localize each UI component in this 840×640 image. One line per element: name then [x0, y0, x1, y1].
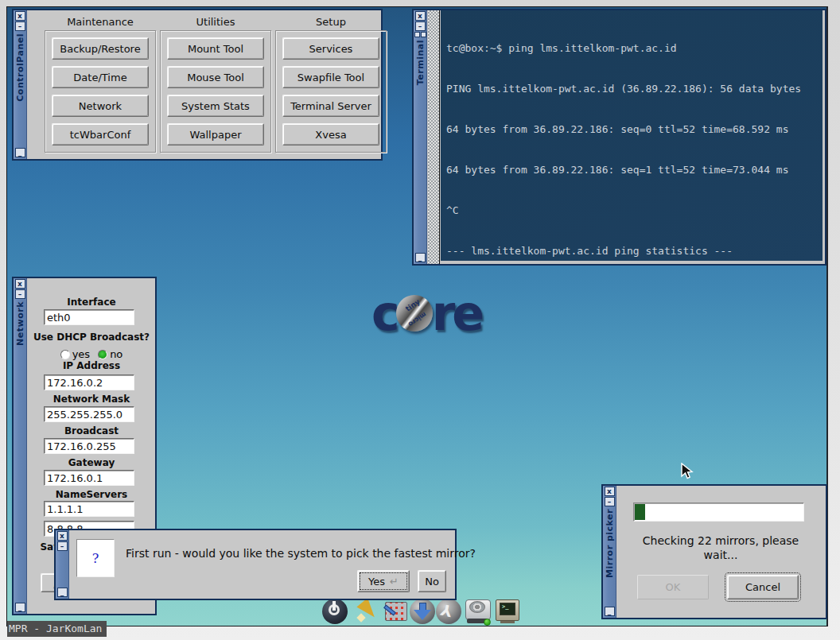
- question-icon: ?: [76, 539, 115, 577]
- control-panel-icon[interactable]: [383, 597, 410, 626]
- cancel-button[interactable]: Cancel: [727, 575, 799, 599]
- broadcast-label: Broadcast: [28, 425, 155, 436]
- terminal-line: 64 bytes from 36.89.22.186: seq=1 ttl=52…: [446, 163, 817, 176]
- broadcast-input[interactable]: [44, 438, 134, 454]
- desktop: x – ControlPanel _ Maintenance Utilities…: [6, 6, 828, 626]
- mouse-cursor: [681, 463, 697, 480]
- utilities-group: Mount Tool Mouse Tool System Stats Wallp…: [160, 30, 271, 153]
- network-titlebar[interactable]: x – Network _: [14, 278, 27, 614]
- interface-label: Interface: [28, 297, 155, 308]
- services-button[interactable]: Services: [282, 37, 379, 60]
- swapfile-tool-button[interactable]: Swapfile Tool: [282, 66, 379, 88]
- terminal-line: 64 bytes from 36.89.22.186: seq=0 ttl=52…: [446, 122, 817, 136]
- system-stats-button[interactable]: System Stats: [167, 95, 264, 117]
- overlay-label: MPR - JarKomLan: [7, 621, 107, 637]
- wallpaper-button[interactable]: Wallpaper: [167, 123, 264, 145]
- terminal-titlebar[interactable]: x – Terminal _: [414, 10, 427, 264]
- dhcp-no-radio[interactable]: no: [98, 348, 122, 360]
- progress-bar: [633, 502, 804, 522]
- no-button[interactable]: No: [418, 570, 446, 592]
- progress-bar-fill: [635, 504, 645, 520]
- mirror-picker-window: x – Mirror picker _ Checking 22 mirrors,…: [601, 484, 827, 619]
- mirror-picker-titlebar[interactable]: x – Mirror picker _: [603, 486, 616, 618]
- resize-icon[interactable]: [421, 32, 426, 37]
- dhcp-label: Use DHCP Broadcast?: [28, 332, 155, 343]
- close-icon[interactable]: x: [57, 531, 68, 541]
- interface-input[interactable]: [44, 309, 134, 325]
- backup-restore-button[interactable]: Backup/Restore: [52, 37, 149, 60]
- mount-tool-icon[interactable]: [465, 597, 492, 626]
- radio-icon[interactable]: [60, 350, 70, 359]
- shade-icon[interactable]: –: [605, 497, 615, 506]
- shade-icon[interactable]: –: [15, 21, 25, 31]
- resize-icon[interactable]: [414, 32, 420, 37]
- close-icon[interactable]: x: [15, 279, 25, 289]
- ok-button: OK: [637, 575, 709, 599]
- exit-icon[interactable]: ⅄: [435, 597, 462, 626]
- mask-label: Network Mask: [28, 394, 155, 405]
- ip-input[interactable]: [44, 374, 134, 390]
- logo-text-re: re: [432, 289, 481, 337]
- network-button[interactable]: Network: [52, 95, 149, 117]
- logo-sphere: tiny micro: [396, 295, 433, 332]
- iconify-icon[interactable]: _: [15, 148, 25, 157]
- section-header-utilities: Utilities: [160, 16, 271, 28]
- nameserver1-input[interactable]: [44, 501, 134, 517]
- apps-download-icon[interactable]: [409, 597, 436, 626]
- control-panel-titlebar[interactable]: x – ControlPanel _: [14, 10, 27, 159]
- section-header-maintenance: Maintenance: [45, 16, 156, 28]
- terminal-line: tc@box:~$ ping lms.ittelkom-pwt.ac.id: [446, 41, 817, 55]
- mask-input[interactable]: [44, 406, 134, 422]
- control-panel-window: x – ControlPanel _ Maintenance Utilities…: [12, 9, 383, 161]
- xvesa-button[interactable]: Xvesa: [282, 123, 379, 145]
- iconify-icon[interactable]: _: [605, 607, 615, 616]
- terminal-scrollbar[interactable]: [428, 10, 440, 264]
- terminal-window: x – Terminal _ tc@box:~$ ping lms.ittelk…: [412, 9, 826, 266]
- close-icon[interactable]: x: [15, 11, 25, 21]
- iconify-icon[interactable]: _: [415, 253, 426, 262]
- dialog-message: First run - would you like the system to…: [126, 547, 476, 560]
- logo-text-c: c: [371, 289, 397, 337]
- iconify-icon[interactable]: _: [15, 603, 25, 612]
- shade-icon[interactable]: –: [415, 21, 426, 31]
- close-icon[interactable]: x: [605, 487, 615, 496]
- window-title: Mirror picker: [605, 509, 615, 578]
- window-title: Terminal: [415, 40, 426, 85]
- tinycore-logo: c tiny micro re: [359, 289, 494, 338]
- gateway-label: Gateway: [28, 457, 155, 468]
- first-run-dialog: x – _ ? First run - would you like the s…: [54, 529, 457, 600]
- terminal-line: --- lms.ittelkom-pwt.ac.id ping statisti…: [446, 244, 817, 258]
- iconify-icon[interactable]: _: [57, 588, 68, 597]
- power-icon[interactable]: [321, 597, 348, 626]
- shade-icon[interactable]: –: [15, 289, 25, 299]
- terminal-server-button[interactable]: Terminal Server: [282, 95, 379, 117]
- terminal-line: PING lms.ittelkom-pwt.ac.id (36.89.22.18…: [446, 82, 817, 95]
- dialog-titlebar[interactable]: x – _: [56, 530, 69, 599]
- status-text: Checking 22 mirrors, please wait...: [617, 533, 824, 562]
- shade-icon[interactable]: –: [57, 541, 68, 551]
- terminal-app-icon[interactable]: >_: [494, 597, 521, 626]
- terminal-line: ^C: [446, 204, 817, 217]
- gateway-input[interactable]: [44, 470, 134, 486]
- mouse-tool-button[interactable]: Mouse Tool: [167, 66, 264, 88]
- mount-tool-button[interactable]: Mount Tool: [167, 37, 264, 60]
- window-title: ControlPanel: [15, 33, 25, 102]
- return-key-icon: ↵: [390, 576, 399, 588]
- tcwbarconf-button[interactable]: tcWbarConf: [52, 123, 149, 145]
- setup-group: Services Swapfile Tool Terminal Server X…: [275, 30, 387, 153]
- paint-icon[interactable]: [355, 597, 382, 626]
- maintenance-group: Backup/Restore Date/Time Network tcWbarC…: [45, 30, 156, 153]
- close-icon[interactable]: x: [415, 11, 426, 21]
- date-time-button[interactable]: Date/Time: [52, 66, 149, 88]
- section-header-setup: Setup: [275, 16, 387, 28]
- nameservers-label: NameServers: [28, 489, 155, 500]
- yes-button[interactable]: Yes↵: [357, 570, 410, 592]
- terminal-screen[interactable]: tc@box:~$ ping lms.ittelkom-pwt.ac.id PI…: [441, 10, 822, 261]
- window-title: Network: [15, 301, 25, 346]
- dhcp-yes-radio[interactable]: yes: [60, 348, 90, 360]
- ip-label: IP Address: [28, 360, 155, 371]
- radio-checked-icon[interactable]: [98, 350, 107, 359]
